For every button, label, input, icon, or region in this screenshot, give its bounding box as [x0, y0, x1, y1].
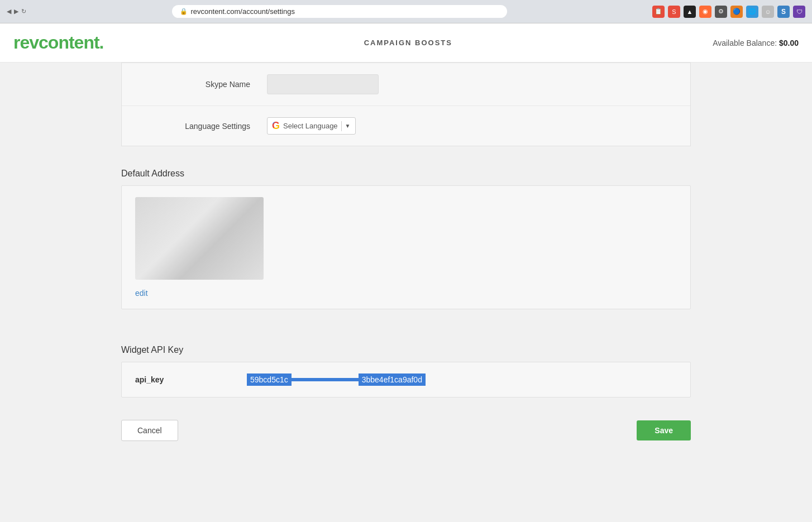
extension-icon-9[interactable]: S: [777, 6, 790, 18]
skype-row: Skype Name: [122, 63, 690, 106]
app-logo: revcontent.: [13, 32, 103, 53]
lock-icon: 🔒: [180, 8, 188, 15]
api-key-end: 3bbe4ef1ca9af0d: [359, 373, 426, 386]
balance-label: Available Balance:: [713, 39, 777, 47]
content-area: Skype Name Language Settings G Select La…: [0, 63, 812, 509]
extension-icon-8[interactable]: ☺: [762, 6, 774, 18]
default-address-heading: Default Address: [121, 157, 691, 185]
settings-outer: Skype Name Language Settings G Select La…: [121, 63, 691, 472]
footer-buttons: Cancel Save: [121, 411, 691, 450]
google-translate-widget[interactable]: G Select Language ▼: [267, 117, 356, 135]
default-address-section: Default Address edit: [121, 146, 691, 309]
browser-back[interactable]: ◀: [7, 8, 11, 15]
language-field: G Select Language ▼: [267, 117, 668, 135]
translate-divider: [341, 121, 342, 131]
available-balance: Available Balance: $0.00: [713, 39, 799, 47]
logo-suffix: content.: [39, 32, 103, 52]
browser-forward[interactable]: ▶: [14, 8, 18, 15]
extension-icon-3[interactable]: ▲: [684, 6, 696, 18]
language-row: Language Settings G Select Language ▼: [122, 106, 690, 146]
address-placeholder-image: [135, 197, 264, 280]
extension-icon-5[interactable]: ⚙: [715, 6, 727, 18]
browser-extensions: 📋 S ▲ ◉ ⚙ 🔵 🌐 ☺ S 🛡: [652, 6, 805, 18]
cancel-button[interactable]: Cancel: [121, 420, 178, 441]
page-wrapper: Skype Name Language Settings G Select La…: [110, 63, 702, 472]
language-label: Language Settings: [144, 122, 267, 131]
browser-reload[interactable]: ↻: [21, 8, 26, 15]
translate-dropdown-arrow[interactable]: ▼: [345, 123, 351, 129]
address-bar[interactable]: 🔒 revcontent.com/account/settings: [172, 5, 507, 18]
api-key-row: api_key 59bcd5c1c 3bbe4ef1ca9af0d: [122, 362, 690, 397]
edit-address-link[interactable]: edit: [135, 289, 148, 298]
api-key-label: api_key: [135, 375, 247, 384]
extension-icon-10[interactable]: 🛡: [793, 6, 805, 18]
save-button[interactable]: Save: [637, 420, 691, 440]
api-key-middle: [292, 378, 359, 381]
api-key-value[interactable]: 59bcd5c1c 3bbe4ef1ca9af0d: [247, 373, 677, 386]
logo-accent: rev: [13, 32, 39, 52]
widget-api-section: Widget API Key api_key 59bcd5c1c 3bbe4ef…: [121, 323, 691, 398]
skype-label: Skype Name: [144, 80, 267, 89]
extension-icon-7[interactable]: 🌐: [746, 6, 758, 18]
select-language-text: Select Language: [283, 122, 338, 130]
skype-input[interactable]: [267, 74, 379, 94]
extension-icon-6[interactable]: 🔵: [730, 6, 743, 18]
extension-icon-1[interactable]: 📋: [652, 6, 665, 18]
app-header: revcontent. CAMPAIGN BOOSTS Available Ba…: [0, 23, 812, 63]
nav-campaign-boosts[interactable]: CAMPAIGN BOOSTS: [364, 39, 452, 47]
balance-value: $0.00: [779, 39, 799, 47]
browser-chrome: ◀ ▶ ↻ 🔒 revcontent.com/account/settings …: [0, 0, 812, 23]
google-g-icon: G: [272, 120, 280, 132]
api-key-card: api_key 59bcd5c1c 3bbe4ef1ca9af0d: [121, 362, 691, 398]
url-text: revcontent.com/account/settings: [191, 7, 295, 16]
api-key-start: 59bcd5c1c: [247, 373, 292, 386]
address-card: edit: [121, 185, 691, 309]
skype-field: [267, 74, 668, 94]
extension-icon-2[interactable]: S: [668, 6, 680, 18]
app-nav: CAMPAIGN BOOSTS: [103, 39, 713, 47]
extension-icon-4[interactable]: ◉: [699, 6, 711, 18]
top-section-card: Skype Name Language Settings G Select La…: [121, 63, 691, 146]
widget-api-heading: Widget API Key: [121, 334, 691, 362]
